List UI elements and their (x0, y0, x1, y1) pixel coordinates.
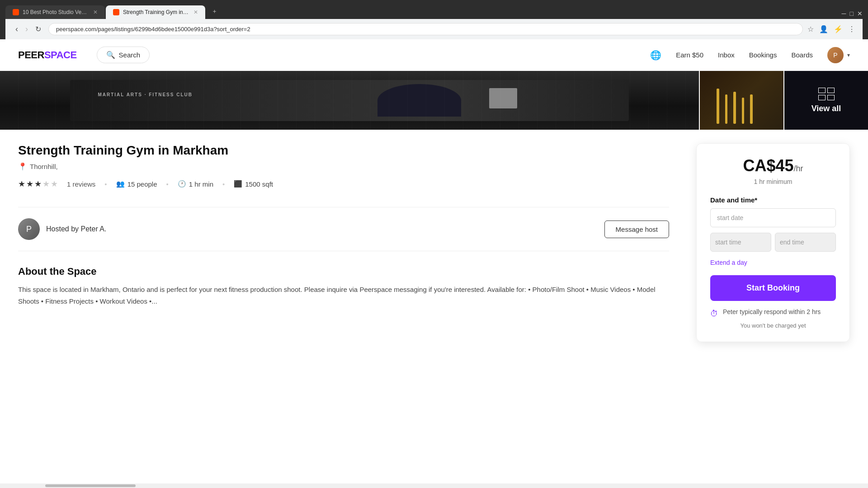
area-icon: ⬛ (234, 180, 242, 188)
price-min: 1 hr minimum (710, 178, 836, 185)
extend-day-link[interactable]: Extend a day (710, 259, 836, 266)
clock-icon: 🕐 (178, 180, 186, 188)
start-booking-button[interactable]: Start Booking (710, 275, 836, 301)
view-all-overlay[interactable]: View all (784, 71, 868, 130)
minimize-icon[interactable]: ─ (842, 10, 846, 17)
tab-close-1[interactable]: ✕ (93, 9, 98, 15)
avatar: P (827, 47, 844, 63)
bookings-link[interactable]: Bookings (749, 51, 777, 59)
menu-icon[interactable]: ⋮ (848, 25, 855, 33)
star-2: ★ (26, 179, 33, 189)
sqft-text: 1500 sqft (245, 180, 273, 188)
tab-title-2: Strength Training Gym in Markh... (123, 9, 190, 15)
about-section: About the Space This space is located in… (18, 266, 669, 307)
no-charge-text: You won't be charged yet (710, 322, 836, 329)
side-image-1[interactable] (700, 71, 783, 130)
profile-icon[interactable]: 👤 (819, 25, 828, 33)
meta-duration: 🕐 1 hr min (178, 180, 213, 188)
browser-chrome: 10 Best Photo Studio Venues - ✕ Strength… (0, 0, 868, 39)
star-rating: ★ ★ ★ ★ ★ (18, 179, 58, 189)
about-title: About the Space (18, 266, 669, 277)
meta-dot-1: • (104, 180, 107, 188)
price-display: CA$45/hr (710, 156, 836, 175)
about-text: This space is located in Markham, Ontari… (18, 284, 669, 307)
scrollbar[interactable] (0, 483, 868, 488)
bookmark-icon[interactable]: ☆ (807, 25, 814, 33)
extensions-icon[interactable]: ⚡ (834, 25, 843, 33)
user-section[interactable]: P ▾ (827, 47, 850, 63)
scrollbar-thumb[interactable] (45, 484, 136, 487)
new-tab-button[interactable]: ＋ (206, 4, 223, 19)
host-section: P Hosted by Peter A. Message host (18, 207, 669, 251)
inbox-link[interactable]: Inbox (718, 51, 735, 59)
people-icon: 👥 (116, 180, 125, 188)
listing-title: Strength Training Gym in Markham (18, 143, 669, 158)
response-text: Peter typically respond within 2 hrs (723, 308, 821, 315)
star-3: ★ (34, 179, 42, 189)
response-info: ⏱ Peter typically respond within 2 hrs (710, 308, 836, 319)
star-5: ★ (51, 179, 58, 189)
browser-tabs: 10 Best Photo Studio Venues - ✕ Strength… (5, 4, 863, 19)
tab-close-2[interactable]: ✕ (193, 9, 198, 15)
duration-text: 1 hr min (189, 180, 213, 188)
restore-icon[interactable]: □ (850, 10, 854, 17)
listing-detail: Strength Training Gym in Markham 📍 Thorn… (18, 143, 696, 342)
end-time-select[interactable]: end time (775, 233, 836, 252)
star-4: ★ (42, 179, 50, 189)
time-row: start time end time (710, 233, 836, 252)
start-time-select[interactable]: start time (710, 233, 771, 252)
search-button[interactable]: 🔍 Search (97, 47, 150, 63)
listing-meta: ★ ★ ★ ★ ★ 1 reviews • 👥 15 people • 🕐 1 … (18, 179, 669, 189)
back-button[interactable]: ‹ (13, 23, 21, 36)
logo[interactable]: PEERSPACE (18, 49, 77, 61)
host-avatar: P (18, 218, 40, 240)
browser-tab-2[interactable]: Strength Training Gym in Markh... ✕ (106, 5, 205, 19)
reviews-count: 1 reviews (67, 180, 95, 188)
view-all-grid (818, 88, 835, 100)
listing-location: 📍 Thornhill, (18, 162, 669, 171)
meta-sqft: ⬛ 1500 sqft (234, 180, 273, 188)
browser-tab-1[interactable]: 10 Best Photo Studio Venues - ✕ (5, 5, 105, 19)
price-unit: /hr (794, 164, 803, 173)
main-image[interactable]: MARTIAL ARTS · FITNESS CLUB (0, 71, 699, 130)
browser-address-bar: ‹ › ↻ ☆ 👤 ⚡ ⋮ (5, 19, 863, 39)
chevron-down-icon: ▾ (847, 52, 850, 58)
date-time-label: Date and time* (710, 196, 836, 204)
price-amount: CA$45 (743, 156, 793, 175)
date-select[interactable]: start date (710, 208, 836, 227)
side-image-2[interactable]: View all (784, 71, 868, 130)
forward-button[interactable]: › (23, 23, 31, 36)
browser-nav: ‹ › ↻ (13, 23, 44, 36)
location-text: Thornhill, (30, 163, 58, 170)
people-count: 15 people (127, 180, 157, 188)
location-icon: 📍 (18, 162, 27, 171)
address-input[interactable] (48, 23, 803, 35)
globe-icon[interactable]: 🌐 (650, 50, 661, 61)
host-name: Hosted by Peter A. (46, 225, 106, 233)
response-icon: ⏱ (710, 309, 718, 319)
search-label: Search (119, 51, 141, 59)
star-1: ★ (18, 179, 25, 189)
meta-dot-3: • (222, 180, 225, 188)
boards-link[interactable]: Boards (791, 51, 813, 59)
search-icon: 🔍 (106, 51, 115, 59)
view-all-label: View all (811, 104, 841, 113)
host-info: P Hosted by Peter A. (18, 218, 106, 240)
message-host-button[interactable]: Message host (604, 221, 669, 238)
tab-title-1: 10 Best Photo Studio Venues - (23, 9, 90, 15)
booking-panel: CA$45/hr 1 hr minimum Date and time* sta… (696, 143, 850, 342)
tab-favicon-2 (113, 9, 119, 15)
navbar: PEERSPACE 🔍 Search 🌐 Earn $50 Inbox Book… (0, 39, 868, 71)
nav-links: 🌐 Earn $50 Inbox Bookings Boards P ▾ (650, 47, 850, 63)
reload-button[interactable]: ↻ (33, 23, 44, 35)
tab-favicon-1 (13, 9, 19, 15)
main-content: Strength Training Gym in Markham 📍 Thorn… (0, 130, 868, 342)
close-window-icon[interactable]: ✕ (857, 10, 863, 17)
images-section: MARTIAL ARTS · FITNESS CLUB View all (0, 71, 868, 130)
earn-link[interactable]: Earn $50 (676, 51, 703, 59)
meta-people: 👥 15 people (116, 180, 157, 188)
meta-dot-2: • (166, 180, 169, 188)
